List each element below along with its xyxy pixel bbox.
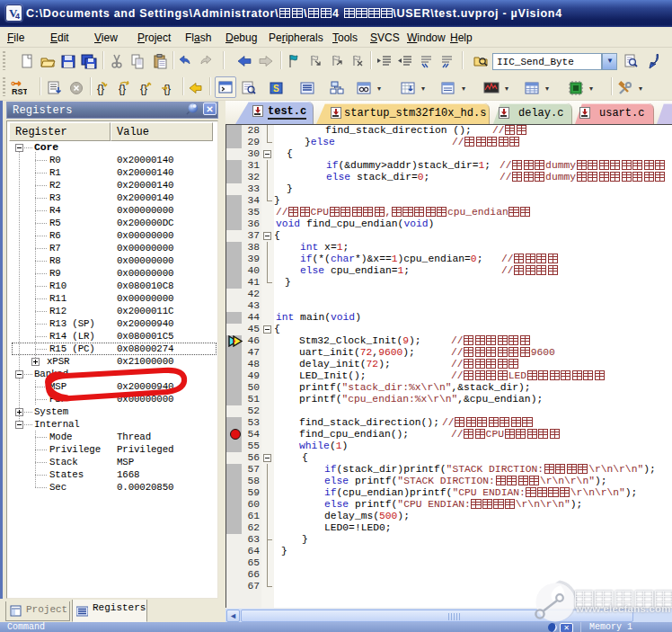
svg-text:{}: {}	[164, 83, 171, 95]
svg-text:{}: {}	[119, 83, 126, 95]
svg-text:RST: RST	[12, 87, 27, 96]
svg-text:{}: {}	[140, 83, 147, 95]
svg-text:S: S	[273, 84, 279, 93]
